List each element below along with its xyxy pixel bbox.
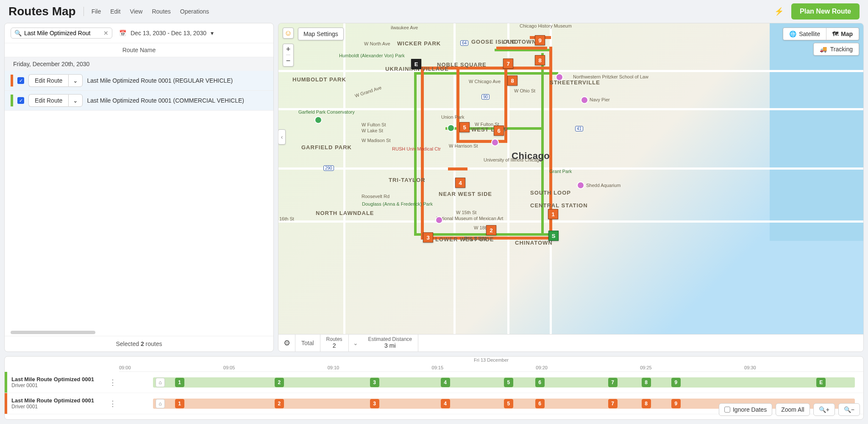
menu-view[interactable]: View [130, 8, 142, 15]
map-marker[interactable]: 5 [459, 122, 470, 132]
map-marker[interactable]: 7 [503, 59, 513, 69]
edit-route-label[interactable]: Edit Route [28, 94, 68, 107]
timeline-stop[interactable]: 8 [642, 378, 651, 387]
plan-new-route-button[interactable]: Plan New Route [791, 3, 860, 20]
scrollbar-horizontal[interactable] [11, 331, 95, 334]
timeline-stop[interactable]: 2 [275, 378, 284, 387]
date-range-picker[interactable]: 📅 Dec 13, 2030 - Dec 13, 2030 ▾ [119, 30, 214, 36]
timeline-stop[interactable]: 3 [370, 378, 379, 387]
home-icon[interactable]: ⌂ [156, 399, 165, 408]
stats-routes: Routes 2 [320, 335, 349, 351]
map-marker[interactable]: 6 [494, 126, 504, 136]
menu-routes[interactable]: Routes [152, 8, 170, 15]
map-marker[interactable]: 8 [507, 75, 517, 86]
map-marker[interactable]: 4 [455, 178, 465, 188]
timeline-track[interactable]: ⌂ 123456789E [119, 372, 863, 393]
map-label: Shedd Aquarium [586, 183, 620, 188]
clear-icon[interactable]: ✕ [103, 30, 108, 36]
timeline-stop[interactable]: 6 [535, 399, 545, 408]
column-header-route-name: Route Name [5, 43, 273, 57]
satellite-button[interactable]: 🌐Satellite [783, 28, 826, 40]
map-label: Grant Park [549, 169, 572, 174]
tracking-button[interactable]: 🚚Tracking [813, 43, 859, 56]
map-marker[interactable]: 1 [548, 209, 558, 219]
timeline-stop[interactable]: E [816, 378, 826, 387]
search-input[interactable] [24, 30, 101, 36]
route-row[interactable]: ✓ Edit Route ⌄ Last Mile Optimized Route… [5, 91, 273, 111]
chevron-down-icon[interactable]: ⌄ [68, 94, 83, 107]
topbar: Routes Map File Edit View Routes Operati… [0, 0, 868, 23]
timeline-stop[interactable]: 1 [175, 399, 184, 408]
zoom-control: + − [283, 44, 294, 67]
zoom-in-icon[interactable]: 🔍+ [813, 403, 835, 416]
ignore-dates-toggle[interactable]: Ignore Dates [719, 403, 772, 416]
menu-edit[interactable]: Edit [110, 8, 120, 15]
timeline-stop[interactable]: 2 [275, 399, 284, 408]
pegman-icon[interactable]: ☺ [283, 28, 294, 39]
more-icon[interactable]: ⋮ [106, 399, 119, 408]
timeline-stop[interactable]: 4 [441, 378, 450, 387]
map-settings-button[interactable]: Map Settings [298, 28, 344, 40]
date-range-text: Dec 13, 2030 - Dec 13, 2030 [131, 30, 206, 36]
map-label: WICKER PARK [397, 40, 441, 47]
zoom-all-button[interactable]: Zoom All [776, 403, 810, 416]
map-marker[interactable]: 8 [535, 55, 545, 65]
zoom-in-button[interactable]: + [286, 44, 291, 55]
timeline-stop[interactable]: 8 [642, 399, 651, 408]
zoom-out-button[interactable]: − [286, 55, 291, 66]
timeline-stop[interactable]: 6 [535, 378, 545, 387]
map-label: W Grand Ave [354, 85, 382, 98]
menu-file[interactable]: File [92, 8, 101, 15]
home-icon[interactable]: ⌂ [156, 378, 165, 387]
map-label: W Harrison St [449, 143, 478, 148]
timeline-stop[interactable]: 1 [175, 378, 184, 387]
chevron-down-icon[interactable]: ⌄ [68, 74, 83, 87]
map-label: National Museum of Mexican Art [436, 216, 503, 221]
calendar-icon: 📅 [119, 30, 126, 36]
map-label: HUMBOLDT PARK [292, 76, 346, 83]
menu-operations[interactable]: Operations [180, 8, 209, 15]
routes-list-panel: 🔍 ✕ 📅 Dec 13, 2030 - Dec 13, 2030 ▾ Rout… [4, 23, 274, 352]
map-marker-end[interactable]: E [411, 59, 421, 69]
checkbox[interactable]: ✓ [17, 97, 24, 104]
map-marker[interactable]: 9 [535, 35, 545, 45]
edit-route-label[interactable]: Edit Route [28, 74, 68, 87]
timeline-header: Fri 13 December 09:0009:0509:1009:1509:2… [119, 357, 863, 372]
timeline-panel: Fri 13 December 09:0009:0509:1009:1509:2… [4, 356, 864, 420]
map-label: Douglass (Anna & Frederick) Park [362, 201, 396, 206]
zoom-out-icon[interactable]: 🔍− [838, 403, 860, 416]
search-box[interactable]: 🔍 ✕ [11, 28, 112, 39]
map-marker[interactable]: 3 [423, 232, 433, 243]
map-canvas[interactable]: Chicago WICKER PARK GOOSE ISLAND OLD TOW… [278, 23, 863, 334]
timeline-tick: 09:00 [119, 365, 131, 370]
timeline-stop[interactable]: 3 [370, 399, 379, 408]
gear-icon[interactable]: ⚙ [278, 335, 295, 351]
map-marker-start[interactable]: S [548, 231, 559, 241]
map-label: ilwaukee Ave [391, 25, 418, 30]
collapse-panel-button[interactable]: ‹ [278, 129, 286, 145]
map-label: RUSH Univ Medical Ctr [392, 146, 441, 151]
map-button[interactable]: 🗺Map [826, 28, 859, 40]
bolt-icon[interactable]: ⚡ [774, 7, 784, 16]
map-marker[interactable]: 2 [486, 225, 496, 235]
timeline-stop[interactable]: 7 [608, 378, 618, 387]
timeline-stop[interactable]: 5 [504, 378, 513, 387]
more-icon[interactable]: ⋮ [106, 378, 119, 387]
timeline-stop[interactable]: 9 [671, 399, 681, 408]
stats-chevron-down-icon[interactable]: ⌄ [349, 335, 362, 351]
map-label: Humboldt (Alexander Von) Park [339, 53, 377, 58]
stats-total-label: Total [295, 335, 320, 351]
route-row[interactable]: ✓ Edit Route ⌄ Last Mile Optimized Route… [5, 71, 273, 91]
checkbox[interactable]: ✓ [17, 77, 24, 84]
search-icon: 🔍 [14, 30, 22, 36]
edit-route-button: Edit Route ⌄ [28, 94, 83, 107]
map-label: W Ohio St [514, 88, 535, 93]
color-stripe [11, 95, 13, 106]
timeline-stop[interactable]: 7 [608, 399, 618, 408]
stats-bar: ⚙ Total Routes 2 ⌄ Estimated Distance 3 … [278, 334, 863, 351]
timeline-stop[interactable]: 9 [671, 378, 681, 387]
timeline-stop[interactable]: 4 [441, 399, 450, 408]
map-icon: 🗺 [832, 31, 838, 37]
timeline-stop[interactable]: 5 [504, 399, 513, 408]
map-label: Garfield Park Conservatory [298, 109, 355, 114]
